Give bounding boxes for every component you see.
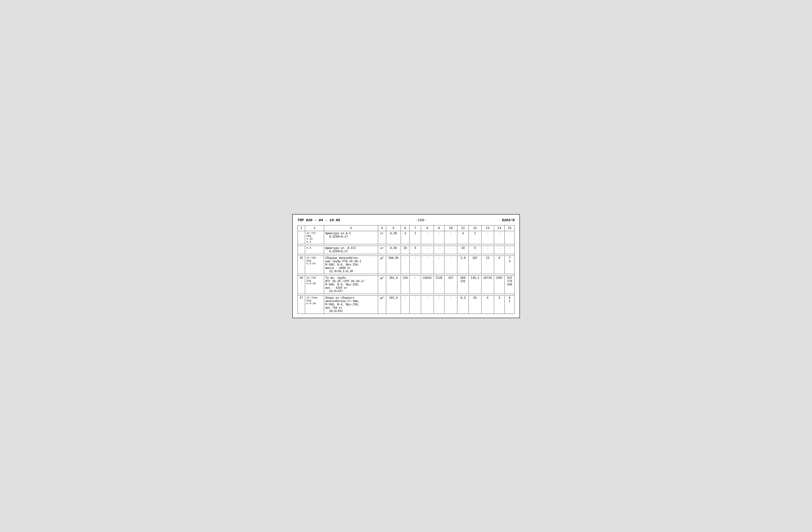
spacer-row [298, 254, 514, 256]
col-header-11: II [457, 225, 469, 231]
spacer-row [298, 244, 514, 246]
main-table: I 2 3 4 5 6 7 8 9 I0 II I2 I3 I4 I5 37-7… [298, 225, 515, 314]
col-header-10: I0 [444, 225, 457, 231]
page-header: ТПР 820 - 04 - 19.85 -156- 9203/8 [298, 218, 515, 223]
col-header-3: 3 [324, 225, 378, 231]
document-page: ТПР 820 - 04 - 19.85 -156- 9203/8 I 2 3 … [292, 214, 520, 318]
col-header-5: 5 [386, 225, 401, 231]
col-header-8: 8 [421, 225, 434, 231]
spacer-row [298, 294, 514, 296]
table-row: 37-727СРЦч.IIп.IАрматура кл.А-I0,0299+0,… [298, 231, 514, 244]
col-header-2: 2 [305, 225, 324, 231]
table-row: 2537-726ССЦп.5-87Сборные железобетон-ные… [298, 256, 514, 274]
col-header-6: 6 [401, 225, 410, 231]
col-header-9: 9 [434, 225, 444, 231]
col-header-7: 7 [410, 225, 421, 231]
table-row: п.3Арматура кл. А-III0,0299+0,27кг0,30I8… [298, 246, 514, 254]
col-header-15: I5 [505, 225, 514, 231]
document-title: ТПР 820 - 04 - 19.85 [298, 218, 340, 222]
page-center-label: -156- [416, 218, 426, 222]
col-header-1: I [298, 225, 305, 231]
spacer-row [298, 274, 514, 275]
page-number: 9203/8 [502, 218, 514, 222]
col-header-13: I3 [481, 225, 494, 231]
col-header-12: I2 [469, 225, 481, 231]
table-row: 26·37-7I9ССЦп.6-25То же, трубнИТУ 20-20 … [298, 275, 514, 294]
col-header-14: I4 [494, 225, 505, 231]
col-header-4: 4 [378, 225, 386, 231]
header-row: I 2 3 4 5 6 7 8 9 I0 II I2 I3 I4 I5 [298, 225, 514, 231]
table-row: 2737-724аССЦп.6-I9Опора из сборногожелез… [298, 296, 514, 314]
